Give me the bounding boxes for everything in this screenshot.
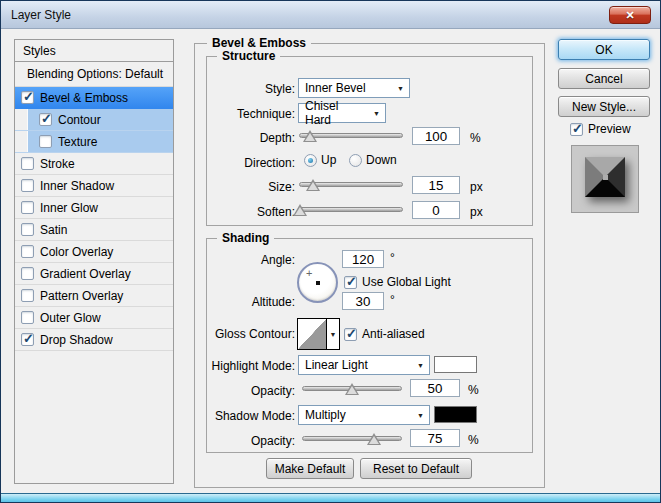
opacity1-label: Opacity: — [207, 384, 295, 398]
chevron-down-icon: ▼ — [389, 85, 404, 92]
style-enable-checkbox[interactable] — [39, 113, 52, 126]
gloss-contour-label: Gloss Contour: — [207, 327, 295, 341]
style-enable-checkbox[interactable] — [21, 157, 34, 170]
make-default-label: Make Default — [275, 462, 346, 476]
style-preview-thumbnail — [571, 145, 639, 213]
style-enable-checkbox[interactable] — [21, 267, 34, 280]
angle-label: Angle: — [207, 253, 295, 267]
technique-dropdown-value: Chisel Hard — [305, 99, 365, 127]
soften-slider-thumb[interactable] — [293, 204, 307, 216]
new-style-label: New Style... — [572, 100, 636, 114]
sidebar-item-inner-glow[interactable]: Inner Glow — [15, 197, 173, 219]
direction-up-radio[interactable] — [304, 154, 317, 167]
close-button[interactable]: ✕ — [609, 6, 651, 24]
style-enable-checkbox[interactable] — [21, 91, 34, 104]
size-slider[interactable] — [299, 178, 403, 192]
direction-up-option[interactable]: Up — [304, 153, 336, 167]
depth-field[interactable] — [412, 127, 460, 145]
technique-dropdown[interactable]: Chisel Hard ▼ — [298, 103, 386, 123]
style-enable-checkbox[interactable] — [21, 223, 34, 236]
sidebar-item-color-overlay[interactable]: Color Overlay — [15, 241, 173, 263]
new-style-button[interactable]: New Style... — [558, 96, 650, 117]
shading-group: Shading Angle: + ° Use Global Light Alti… — [206, 238, 533, 453]
anti-aliased-checkbox[interactable] — [344, 328, 357, 341]
reset-to-default-button[interactable]: Reset to Default — [360, 458, 472, 479]
shadow-mode-dropdown[interactable]: Multiply ▼ — [298, 405, 430, 425]
chevron-down-icon: ▼ — [409, 362, 424, 369]
layer-style-dialog: Layer Style ✕ Styles Blending Options: D… — [0, 0, 661, 503]
soften-field[interactable] — [412, 201, 460, 219]
sidebar-item-label: Inner Shadow — [40, 179, 114, 193]
sidebar-item-label: Blending Options: Default — [27, 67, 163, 81]
use-global-light-option[interactable]: Use Global Light — [344, 275, 451, 289]
direction-down-label: Down — [366, 153, 397, 167]
depth-slider-thumb[interactable] — [303, 130, 317, 142]
highlight-color-swatch[interactable] — [434, 356, 477, 373]
style-enable-checkbox[interactable] — [21, 179, 34, 192]
style-enable-checkbox[interactable] — [21, 333, 34, 346]
sidebar-item-pattern-overlay[interactable]: Pattern Overlay — [15, 285, 173, 307]
use-global-light-checkbox[interactable] — [344, 276, 357, 289]
opacity2-label: Opacity: — [207, 434, 295, 448]
shadow-opacity-slider[interactable] — [302, 432, 402, 446]
direction-down-option[interactable]: Down — [349, 153, 397, 167]
sidebar-item-contour[interactable]: Contour — [15, 109, 173, 131]
sidebar-item-label: Outer Glow — [40, 311, 101, 325]
cancel-button[interactable]: Cancel — [558, 68, 650, 89]
sidebar-item-satin[interactable]: Satin — [15, 219, 173, 241]
highlight-opacity-thumb[interactable] — [345, 383, 359, 395]
direction-down-radio[interactable] — [349, 154, 362, 167]
titlebar[interactable]: Layer Style ✕ — [1, 1, 660, 29]
depth-slider[interactable] — [299, 129, 403, 143]
shadow-opacity-thumb[interactable] — [367, 433, 381, 445]
sidebar-item-drop-shadow[interactable]: Drop Shadow — [15, 329, 173, 351]
slider-groove — [302, 436, 402, 441]
sidebar-item-blending-options-default[interactable]: Blending Options: Default — [15, 62, 173, 87]
shadow-color-swatch[interactable] — [434, 406, 477, 423]
sidebar-item-label: Stroke — [40, 157, 75, 171]
sidebar-item-stroke[interactable]: Stroke — [15, 153, 173, 175]
shadow-opacity-field[interactable] — [410, 429, 460, 447]
chevron-down-icon[interactable]: ▼ — [326, 319, 339, 349]
structure-group: Structure Style: Inner Bevel ▼ Technique… — [206, 56, 533, 226]
style-enable-checkbox[interactable] — [21, 311, 34, 324]
altitude-field[interactable] — [342, 292, 384, 310]
depth-unit: % — [470, 131, 481, 145]
highlight-opacity-field[interactable] — [410, 379, 460, 397]
gloss-contour-picker[interactable]: ▼ — [297, 318, 340, 350]
make-default-button[interactable]: Make Default — [266, 458, 354, 479]
angle-marker-icon[interactable]: + — [306, 268, 312, 279]
sidebar-item-bevel-emboss[interactable]: Bevel & Emboss — [15, 87, 173, 109]
preview-label: Preview — [588, 122, 631, 136]
angle-dial[interactable]: + — [297, 262, 338, 303]
angle-field[interactable] — [342, 250, 384, 268]
sidebar-item-outer-glow[interactable]: Outer Glow — [15, 307, 173, 329]
style-dropdown[interactable]: Inner Bevel ▼ — [298, 78, 410, 98]
altitude-unit: ° — [390, 293, 395, 307]
sidebar-item-label: Color Overlay — [40, 245, 113, 259]
preview-checkbox[interactable] — [570, 123, 583, 136]
soften-slider[interactable] — [299, 203, 403, 217]
sidebar-item-texture[interactable]: Texture — [15, 131, 173, 153]
soften-unit: px — [470, 205, 483, 219]
size-unit: px — [470, 180, 483, 194]
size-slider-thumb[interactable] — [306, 179, 320, 191]
style-enable-checkbox[interactable] — [39, 135, 52, 148]
style-enable-checkbox[interactable] — [21, 289, 34, 302]
anti-aliased-option[interactable]: Anti-aliased — [344, 327, 425, 341]
ok-button[interactable]: OK — [558, 39, 650, 60]
highlight-mode-dropdown[interactable]: Linear Light ▼ — [298, 355, 430, 375]
dial-center-dot — [316, 281, 320, 285]
opacity2-unit: % — [468, 433, 479, 447]
sidebar-item-label: Bevel & Emboss — [40, 91, 128, 105]
sidebar-item-gradient-overlay[interactable]: Gradient Overlay — [15, 263, 173, 285]
sidebar-item-inner-shadow[interactable]: Inner Shadow — [15, 175, 173, 197]
style-enable-checkbox[interactable] — [21, 245, 34, 258]
highlight-mode-label: Highlight Mode: — [207, 359, 295, 373]
window-title: Layer Style — [11, 8, 71, 22]
highlight-opacity-slider[interactable] — [302, 382, 402, 396]
sidebar-item-label: Texture — [58, 135, 97, 149]
size-field[interactable] — [412, 176, 460, 194]
preview-option[interactable]: Preview — [570, 122, 631, 136]
style-enable-checkbox[interactable] — [21, 201, 34, 214]
